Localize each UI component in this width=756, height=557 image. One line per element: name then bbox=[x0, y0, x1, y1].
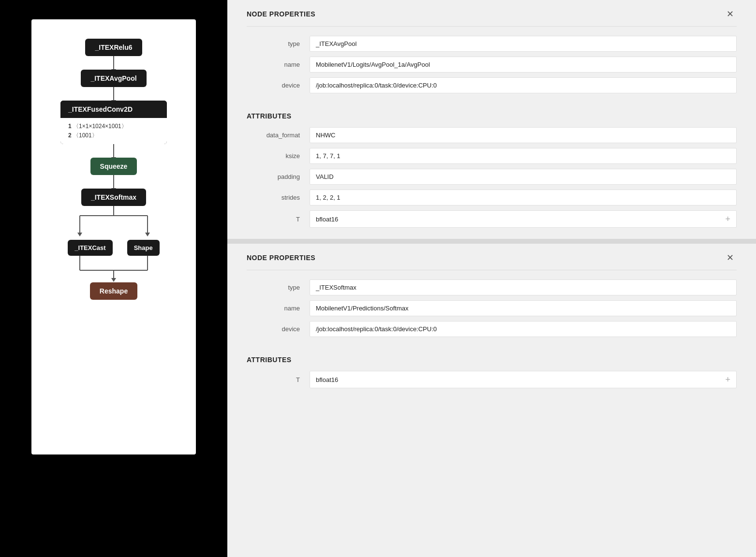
panel1: NODE PROPERTIES ✕ type _ITEXAvgPool name… bbox=[227, 0, 756, 239]
arrow-1 bbox=[113, 56, 114, 70]
panel1-attr-strides-value: 1, 2, 2, 1 bbox=[310, 190, 737, 205]
node-cast-box[interactable]: _ITEXCast bbox=[68, 240, 112, 256]
panel1-attr-T-expand-button[interactable]: + bbox=[725, 215, 730, 223]
node-avgpool[interactable]: _ITEXAvgPool bbox=[81, 70, 146, 87]
panel1-device-row: device /job:localhost/replica:0/task:0/d… bbox=[247, 76, 737, 95]
panel2-attrs-title: ATTRIBUTES bbox=[247, 356, 292, 364]
panel2-name-value: MobilenetV1/Predictions/Softmax bbox=[310, 300, 737, 316]
panel1-name-row: name MobilenetV1/Logits/AvgPool_1a/AvgPo… bbox=[247, 55, 737, 74]
svg-marker-5 bbox=[145, 233, 150, 236]
node-squeeze-box[interactable]: Squeeze bbox=[90, 158, 137, 175]
panel1-attr-padding: padding VALID bbox=[247, 167, 737, 186]
panel1-attr-strides: strides 1, 2, 2, 1 bbox=[247, 188, 737, 207]
panel2-attr-T-value: bfloat16 + bbox=[310, 371, 737, 388]
panel2-attr-T-label: T bbox=[247, 376, 310, 383]
svg-marker-10 bbox=[111, 278, 116, 282]
properties-panel: NODE PROPERTIES ✕ type _ITEXAvgPool name… bbox=[227, 0, 756, 557]
node-relu6[interactable]: _ITEXRelu6 bbox=[85, 39, 142, 56]
panel2-attr-T: T bfloat16 + bbox=[247, 369, 737, 390]
fusedconv2d-input1: 1 〈1×1×1024×1001〉 bbox=[68, 122, 159, 131]
panel1-attr-ksize-value: 1, 7, 7, 1 bbox=[310, 148, 737, 164]
graph-panel: _ITEXRelu6 _ITEXAvgPool _ITEXFusedConv2D… bbox=[0, 0, 227, 557]
node-reshape-box[interactable]: Reshape bbox=[90, 282, 137, 300]
node-fusedconv2d-box[interactable]: _ITEXFusedConv2D 1 〈1×1×1024×1001〉 2 〈10… bbox=[60, 101, 167, 144]
node-avgpool-box[interactable]: _ITEXAvgPool bbox=[81, 70, 146, 87]
panel1-attr-padding-value: VALID bbox=[310, 169, 737, 185]
node-squeeze[interactable]: Squeeze bbox=[90, 158, 137, 175]
panel1-attrs-title: ATTRIBUTES bbox=[247, 112, 292, 120]
arrow-squeeze-softmax bbox=[113, 175, 114, 189]
panel2-attr-T-text: bfloat16 bbox=[316, 376, 338, 383]
fusedconv2d-header: _ITEXFusedConv2D bbox=[60, 101, 167, 118]
node-fusedconv2d[interactable]: _ITEXFusedConv2D 1 〈1×1×1024×1001〉 2 〈10… bbox=[60, 101, 167, 144]
panel1-attr-data_format-label: data_format bbox=[247, 132, 310, 139]
node-softmax[interactable]: _ITEXSoftmax bbox=[81, 189, 146, 206]
branch-split bbox=[56, 206, 172, 240]
panel1-attr-T-text: bfloat16 bbox=[316, 216, 338, 223]
node-shape-box[interactable]: Shape bbox=[127, 240, 160, 256]
col-cast: _ITEXCast bbox=[68, 240, 112, 256]
panel1-title: NODE PROPERTIES bbox=[247, 10, 315, 18]
graph-container: _ITEXRelu6 _ITEXAvgPool _ITEXFusedConv2D… bbox=[31, 19, 196, 454]
panel1-attr-ksize: ksize 1, 7, 7, 1 bbox=[247, 147, 737, 165]
panel2-type-label: type bbox=[247, 284, 310, 291]
panel2-title: NODE PROPERTIES bbox=[247, 254, 315, 262]
panel2-type-value: _ITEXSoftmax bbox=[310, 279, 737, 295]
panel1-type-label: type bbox=[247, 40, 310, 47]
panel1-attr-data_format-value: NHWC bbox=[310, 127, 737, 143]
fusedconv2d-body: 1 〈1×1×1024×1001〉 2 〈1001〉 bbox=[60, 118, 167, 144]
svg-marker-3 bbox=[77, 233, 82, 236]
branch-converge bbox=[56, 256, 172, 282]
panel1-type-value: _ITEXAvgPool bbox=[310, 36, 737, 52]
cast-shape-row: _ITEXCast Shape bbox=[41, 240, 186, 256]
panel1-type-row: type _ITEXAvgPool bbox=[247, 34, 737, 53]
panel1-attr-T-label: T bbox=[247, 216, 310, 223]
branch-svg bbox=[56, 206, 172, 240]
converge-svg bbox=[56, 256, 172, 282]
panel1-name-label: name bbox=[247, 61, 310, 68]
node-softmax-box[interactable]: _ITEXSoftmax bbox=[81, 189, 146, 206]
col-shape: Shape bbox=[127, 240, 160, 256]
panel1-name-value: MobilenetV1/Logits/AvgPool_1a/AvgPool bbox=[310, 57, 737, 73]
panel1-device-value: /job:localhost/replica:0/task:0/device:C… bbox=[310, 77, 737, 93]
panel2-device-label: device bbox=[247, 325, 310, 333]
panel2-header: NODE PROPERTIES ✕ bbox=[247, 244, 737, 270]
arrow-2 bbox=[113, 87, 114, 101]
graph-wrapper: _ITEXRelu6 _ITEXAvgPool _ITEXFusedConv2D… bbox=[41, 29, 186, 300]
panel2: NODE PROPERTIES ✕ type _ITEXSoftmax name… bbox=[227, 244, 756, 399]
panel1-attr-ksize-label: ksize bbox=[247, 152, 310, 160]
panel2-name-label: name bbox=[247, 305, 310, 312]
panel1-device-label: device bbox=[247, 82, 310, 89]
panel2-type-row: type _ITEXSoftmax bbox=[247, 278, 737, 297]
panel2-attrs-header: ATTRIBUTES bbox=[247, 348, 737, 369]
arrow-3 bbox=[113, 144, 114, 158]
panel1-close-button[interactable]: ✕ bbox=[724, 9, 737, 19]
panel2-close-button[interactable]: ✕ bbox=[724, 252, 737, 263]
panel2-device-value: /job:localhost/replica:0/task:0/device:C… bbox=[310, 321, 737, 337]
panel1-header: NODE PROPERTIES ✕ bbox=[247, 0, 737, 27]
panel1-attr-strides-label: strides bbox=[247, 194, 310, 201]
panel2-device-row: device /job:localhost/replica:0/task:0/d… bbox=[247, 320, 737, 338]
panel1-attr-T-value: bfloat16 + bbox=[310, 210, 737, 228]
panel1-attr-data_format: data_format NHWC bbox=[247, 126, 737, 145]
panel-divider bbox=[227, 239, 756, 244]
panel1-attr-T: T bfloat16 + bbox=[247, 209, 737, 229]
node-reshape[interactable]: Reshape bbox=[90, 282, 137, 300]
panel1-attr-padding-label: padding bbox=[247, 173, 310, 180]
fusedconv2d-input2: 2 〈1001〉 bbox=[68, 131, 159, 140]
node-relu6-box[interactable]: _ITEXRelu6 bbox=[85, 39, 142, 56]
panel1-attrs-header: ATTRIBUTES bbox=[247, 104, 737, 126]
panel2-attr-T-expand-button[interactable]: + bbox=[725, 375, 730, 384]
panel2-name-row: name MobilenetV1/Predictions/Softmax bbox=[247, 299, 737, 318]
